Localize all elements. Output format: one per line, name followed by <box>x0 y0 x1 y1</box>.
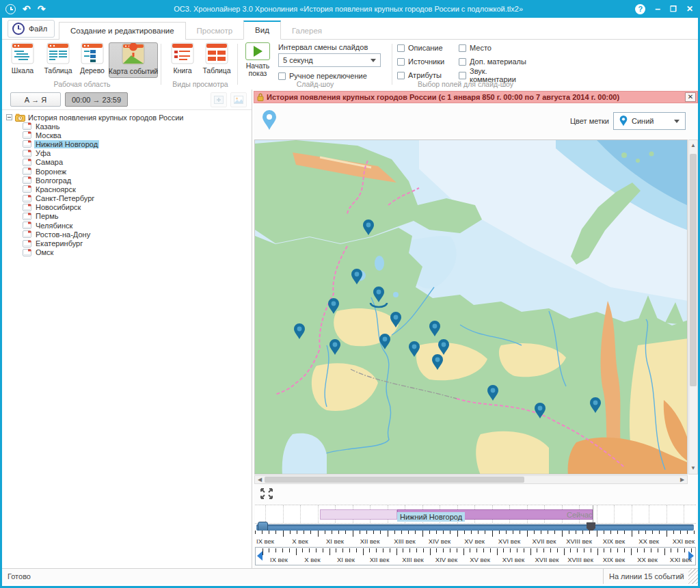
selected-event-label[interactable]: Нижний Новгород <box>397 512 465 522</box>
tree-item-Омск[interactable]: Омск <box>6 248 249 257</box>
field-checkbox[interactable]: Звук. комментарии <box>459 70 534 81</box>
event-map-button[interactable]: Карта событий <box>109 42 158 78</box>
undo-icon[interactable]: ↶ <box>23 4 31 14</box>
place-marker-icon[interactable] <box>262 110 277 131</box>
tab-preview[interactable]: Просмотр <box>186 23 244 40</box>
minor-tick <box>325 531 325 534</box>
tree-root-row[interactable]: История появления крупных городов России <box>6 113 249 122</box>
redo-icon[interactable]: ↷ <box>38 4 46 14</box>
tree-item-Санкт-Петербург[interactable]: Санкт-Петербург <box>6 194 249 203</box>
field-checkbox[interactable]: Доп. материалы <box>459 56 534 67</box>
event-card-icon <box>23 176 31 184</box>
century-label: X век <box>292 537 308 545</box>
collapse-icon[interactable] <box>6 114 12 120</box>
horizontal-scroll-thumb[interactable] <box>265 477 524 483</box>
tree-item-Уфа[interactable]: Уфа <box>6 149 249 158</box>
table-view2-button[interactable]: Таблица <box>200 42 233 78</box>
major-tick <box>262 548 263 555</box>
table-view-button[interactable]: Таблица <box>42 42 75 78</box>
tree-item-Красноярск[interactable]: Красноярск <box>6 185 249 193</box>
minor-tick <box>610 531 611 534</box>
minor-tick <box>576 531 576 534</box>
resize-grip[interactable] <box>688 569 698 584</box>
tree-item-Нижний Новгород[interactable]: Нижний Новгород <box>6 139 249 148</box>
tree-item-Самара[interactable]: Самара <box>6 158 249 167</box>
tree-item-Пермь[interactable]: Пермь <box>6 212 249 221</box>
help-icon[interactable]: ? <box>635 4 645 14</box>
timeline-ruler[interactable]: IX векX векXI векXII векXIII векXIV векX… <box>254 531 698 546</box>
map-vertical-scrollbar[interactable]: ▲ ▼ <box>688 139 698 475</box>
timeline-band[interactable]: Сейчас Нижний Новгород <box>255 505 696 524</box>
scroll-up-icon[interactable]: ▲ <box>689 142 697 150</box>
minor-tick <box>290 531 291 534</box>
century-label: XV век <box>470 556 490 563</box>
field-checkbox[interactable]: Место <box>459 42 534 53</box>
close-icon[interactable]: ✕ <box>686 5 693 13</box>
tab-view[interactable]: Вид <box>243 21 281 40</box>
minimize-icon[interactable]: – <box>655 4 660 14</box>
tree-item-Новосибирск[interactable]: Новосибирск <box>6 203 249 212</box>
interval-select[interactable]: 5 секунд <box>278 53 381 67</box>
file-button[interactable]: Файл <box>8 20 55 38</box>
image-button[interactable] <box>230 92 247 107</box>
tree-item-label: Воронеж <box>34 168 68 176</box>
century-label: X век <box>304 556 320 563</box>
field-checkbox[interactable]: Атрибуты <box>397 70 444 81</box>
field-checkbox[interactable]: Описание <box>397 42 444 53</box>
scroll-right-icon[interactable]: ▶ <box>678 476 686 483</box>
tree-item-Ростов-на-Дону[interactable]: Ростов-на-Дону <box>6 230 249 239</box>
map-horizontal-scrollbar[interactable]: ◀ ▶ <box>254 475 688 484</box>
major-tick <box>329 548 330 555</box>
tree-item-Челябинск[interactable]: Челябинск <box>6 221 249 230</box>
tab-create-edit[interactable]: Создание и редактирование <box>59 22 186 40</box>
tab-gallery[interactable]: Галерея <box>281 23 333 40</box>
tree-item-Воронеж[interactable]: Воронеж <box>6 167 249 176</box>
tree-item-label: Красноярск <box>34 185 77 193</box>
minor-tick <box>401 531 402 534</box>
minor-tick <box>624 531 625 534</box>
field-checkbox[interactable]: Источники <box>397 56 444 67</box>
scroll-down-icon[interactable]: ▼ <box>689 464 697 472</box>
minor-tick <box>645 531 646 534</box>
interval-value: 5 секунд <box>283 56 313 64</box>
scale-view-button[interactable]: Шкала <box>6 42 39 78</box>
minor-tick <box>503 548 504 552</box>
event-duration-bar-light[interactable] <box>320 509 397 520</box>
slideshow-group-label: Слайд-шоу <box>243 80 388 88</box>
band-gridline <box>684 505 684 523</box>
minor-tick <box>651 548 651 552</box>
marker-color-select[interactable]: Синий <box>613 112 686 130</box>
tree-view-button[interactable]: Дерево <box>76 42 109 78</box>
minor-tick <box>376 548 377 552</box>
map-panel-header[interactable]: История появления крупных городов России… <box>254 91 698 103</box>
minor-tick <box>517 548 517 552</box>
major-tick <box>664 548 665 555</box>
minor-tick <box>269 531 269 534</box>
sort-time-button[interactable]: 00:00 → 23:59 <box>65 92 128 107</box>
minor-tick <box>297 531 297 534</box>
start-show-button[interactable]: Начать показ <box>243 42 273 78</box>
minor-tick <box>548 531 548 534</box>
century-label: XVII век <box>535 556 559 563</box>
tree-item-Казань[interactable]: Казань <box>6 122 249 131</box>
timeline-range-slider[interactable] <box>256 524 694 531</box>
maximize-icon[interactable]: ❒ <box>670 5 677 13</box>
minor-tick <box>366 531 367 534</box>
minor-tick <box>638 531 639 534</box>
tree-item-Екатеринбург[interactable]: Екатеринбург <box>6 239 249 248</box>
expand-timeline-icon[interactable] <box>259 487 274 500</box>
scroll-left-icon[interactable]: ◀ <box>256 476 264 483</box>
map-viewport[interactable] <box>254 139 688 475</box>
tree-item-Москва[interactable]: Москва <box>6 131 249 139</box>
book-view-button[interactable]: Книга <box>166 42 199 78</box>
map-panel-close-button[interactable]: ✕ <box>685 92 696 102</box>
add-image-button[interactable] <box>211 92 227 107</box>
minor-tick <box>658 548 658 552</box>
major-tick <box>562 531 563 537</box>
vertical-scroll-thumb[interactable] <box>690 154 697 386</box>
timeline-overview-ruler[interactable]: IX векX векXI векXII векXIII векXIV векX… <box>255 547 696 565</box>
sort-alpha-button[interactable]: А → Я <box>10 92 61 107</box>
tree-item-label: Ростов-на-Дону <box>34 230 92 239</box>
minor-tick <box>436 548 437 552</box>
tree-item-Волгоград[interactable]: Волгоград <box>6 176 249 185</box>
